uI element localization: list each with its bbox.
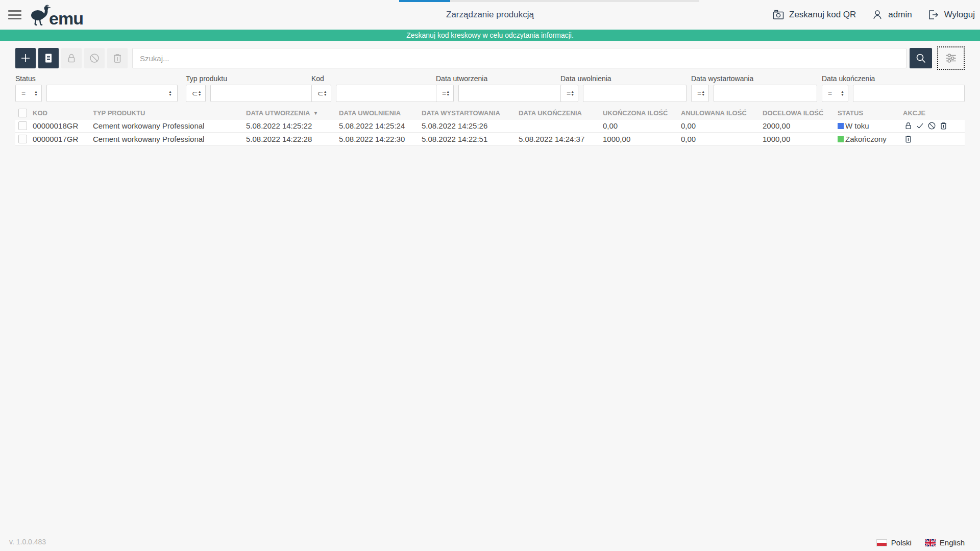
cell-data-uwolnienia: 5.08.2022 14:22:30 [339, 135, 422, 143]
spinner-icon: ▲▼ [446, 90, 450, 96]
filter-label: Data ukończenia [822, 74, 965, 83]
filter-product-type-value[interactable] [210, 85, 314, 102]
filter-finished-date-operator[interactable]: =▲▼ [822, 85, 848, 102]
top-bar: emu Zarządzanie produkcją Zeskanuj kod Q… [0, 0, 980, 30]
language-polski[interactable]: Polski [876, 538, 912, 547]
row-lock-button[interactable] [903, 120, 914, 131]
logo-text: emu [49, 11, 83, 26]
select-all-checkbox[interactable] [18, 109, 27, 117]
report-button[interactable] [38, 48, 59, 68]
cell-kod: 00000017GR [33, 135, 93, 143]
header-actions: Zeskanuj kod QR admin Wyloguj [772, 9, 975, 21]
column-header-typ-produktu[interactable]: TYP PRODUKTU [93, 109, 246, 117]
filter-started-date-operator[interactable]: =▲▼ [691, 85, 709, 102]
table-row[interactable]: 00000017GR Cement workowany Professional… [15, 133, 965, 146]
menu-button[interactable] [7, 9, 22, 21]
logout-icon [927, 9, 940, 21]
filter-finished-date-value[interactable] [853, 85, 965, 102]
status-label: Zakończony [845, 135, 887, 143]
row-checkbox[interactable] [18, 135, 27, 143]
delete-button[interactable] [107, 48, 128, 68]
cell-ukonczona-ilosc: 0,00 [603, 121, 681, 130]
column-header-status[interactable]: STATUS [838, 109, 903, 117]
filter-label: Status [15, 74, 178, 83]
cell-typ-produktu: Cement workowany Professional [93, 135, 246, 143]
scan-qr-button[interactable]: Zeskanuj kod QR [772, 9, 856, 21]
row-delete-button[interactable] [903, 134, 914, 144]
filter-created-date-value[interactable] [458, 85, 562, 102]
filter-row: Status =▲▼ ▲▼ Typ produktu ⊂▲▼ Kod [15, 74, 965, 102]
row-delete-button[interactable] [938, 120, 949, 131]
filter-status: Status =▲▼ ▲▼ [15, 74, 178, 102]
add-button[interactable] [15, 48, 36, 68]
logout-label: Wyloguj [944, 10, 975, 20]
language-english[interactable]: English [925, 538, 965, 547]
filter-product-type: Typ produktu ⊂▲▼ [186, 74, 303, 102]
filter-status-value[interactable]: ▲▼ [46, 85, 178, 102]
column-settings-button[interactable] [937, 46, 965, 70]
row-complete-button[interactable] [915, 120, 925, 131]
cell-ukonczona-ilosc: 1000,00 [603, 135, 681, 143]
column-header-ukonczona-ilosc[interactable]: UKOŃCZONA ILOŚĆ [603, 109, 681, 117]
filter-code-value[interactable] [336, 85, 439, 102]
cancel-button[interactable] [84, 48, 105, 68]
row-checkbox[interactable] [18, 121, 27, 130]
column-header-data-ukonczenia[interactable]: DATA UKOŃCZENIA [519, 109, 603, 117]
lock-button[interactable] [61, 48, 82, 68]
filter-released-date-operator[interactable]: =▲▼ [560, 85, 578, 102]
filter-label: Data wystartowania [691, 74, 814, 83]
cell-data-utworzenia: 5.08.2022 14:22:28 [246, 135, 339, 143]
cell-data-wystartowania: 5.08.2022 14:25:26 [422, 121, 519, 130]
filter-created-date-operator[interactable]: =▲▼ [436, 85, 454, 102]
column-header-data-uwolnienia[interactable]: DATA UWOLNIENIA [339, 109, 422, 117]
table-header-row: KOD TYP PRODUKTU DATA UTWORZENIA ▼ DATA … [15, 107, 965, 119]
spinner-icon: ▲▼ [701, 90, 705, 96]
ban-icon [88, 52, 101, 64]
filter-code-operator[interactable]: ⊂▲▼ [311, 85, 331, 102]
filter-started-date-value[interactable] [714, 85, 817, 102]
filter-label: Kod [311, 74, 428, 83]
filter-product-type-operator[interactable]: ⊂▲▼ [186, 85, 206, 102]
cell-data-wystartowania: 5.08.2022 14:22:51 [422, 135, 519, 143]
filter-released-date: Data uwolnienia =▲▼ [560, 74, 683, 102]
production-table: KOD TYP PRODUKTU DATA UTWORZENIA ▼ DATA … [15, 107, 965, 146]
cell-data-ukonczenia: 5.08.2022 14:24:37 [519, 135, 603, 143]
trash-icon [903, 134, 913, 144]
table-row[interactable]: 00000018GR Cement workowany Professional… [15, 119, 965, 133]
document-icon [42, 52, 55, 64]
column-header-docelowa-ilosc[interactable]: DOCELOWA ILOŚĆ [763, 109, 838, 117]
person-icon [871, 9, 884, 21]
filter-label: Data uwolnienia [560, 74, 683, 83]
cell-akcje [903, 120, 965, 131]
app-logo: emu [30, 4, 83, 26]
row-cancel-button[interactable] [926, 120, 937, 131]
filter-created-date: Data utworzenia =▲▼ [436, 74, 552, 102]
filter-released-date-value[interactable] [583, 85, 687, 102]
spinner-icon: ▲▼ [571, 90, 574, 96]
uk-flag-icon [925, 539, 936, 546]
sort-desc-icon: ▼ [313, 110, 318, 116]
filter-finished-date: Data ukończenia =▲▼ [822, 74, 965, 102]
spinner-icon: ▲▼ [841, 90, 844, 96]
toolbar [15, 46, 965, 70]
cell-anulowana-ilosc: 0,00 [681, 121, 763, 130]
scan-qr-label: Zeskanuj kod QR [789, 10, 856, 20]
filter-status-operator[interactable]: =▲▼ [15, 85, 42, 102]
cell-status: Zakończony [838, 135, 903, 143]
search-icon [915, 52, 927, 64]
cell-docelowa-ilosc: 1000,00 [763, 135, 838, 143]
lock-icon [65, 52, 78, 64]
column-header-data-utworzenia[interactable]: DATA UTWORZENIA ▼ [246, 109, 339, 117]
search-button[interactable] [910, 48, 932, 68]
column-header-kod[interactable]: KOD [33, 109, 93, 117]
user-menu[interactable]: admin [871, 9, 912, 21]
search-input[interactable] [132, 48, 906, 68]
spinner-icon: ▲▼ [324, 90, 327, 96]
trash-icon [111, 52, 124, 64]
plus-icon [19, 52, 32, 64]
filter-label: Data utworzenia [436, 74, 552, 83]
column-header-anulowana-ilosc[interactable]: ANULOWANA ILOŚĆ [681, 109, 763, 117]
column-header-data-wystartowania[interactable]: DATA WYSTARTOWANIA [422, 109, 519, 117]
logout-button[interactable]: Wyloguj [927, 9, 975, 21]
app-version: v. 1.0.0.483 [9, 538, 46, 546]
